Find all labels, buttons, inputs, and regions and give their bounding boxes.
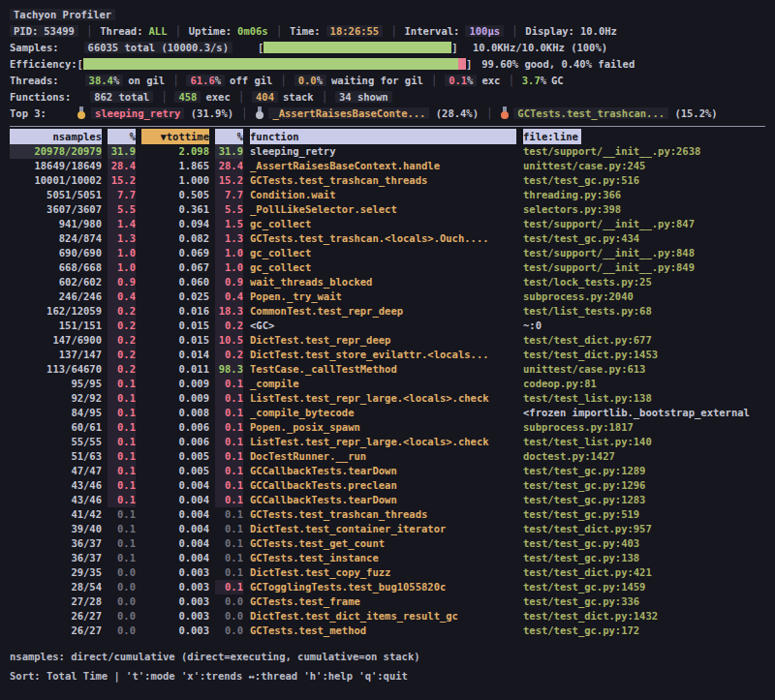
functions-label: Functions: <box>10 91 71 103</box>
table-row[interactable]: 18649/1864928.41.86528.4_AssertRaisesBas… <box>0 159 765 173</box>
table-row[interactable]: 824/8741.30.0821.3GCTests.test_trashcan.… <box>0 231 765 246</box>
column-header-function[interactable]: function <box>250 129 516 144</box>
table-row[interactable]: 147/69000.20.01510.5DictTest.test_repr_d… <box>0 333 765 348</box>
table-row[interactable]: 29/350.00.0030.1DictTest.test_copy_fuzzt… <box>0 565 765 580</box>
cell-tottime: 0.004 <box>141 493 209 507</box>
cell-nsamples: 84/95 <box>10 406 102 420</box>
cell-function: GCTests.test_instance <box>250 551 516 565</box>
table-row[interactable]: 47/470.10.0050.1GCCallbackTests.tearDown… <box>0 464 765 478</box>
table-row[interactable]: 10001/1000215.21.00015.2GCTests.test_tra… <box>0 173 765 188</box>
table-row[interactable]: 27/280.00.0030.0GCTests.test_frametest/t… <box>0 594 765 609</box>
table-row[interactable]: 20978/2097931.92.09831.9sleeping_retryte… <box>0 144 765 159</box>
cell-cumulative-pct: 7.7 <box>215 188 243 202</box>
samples-total: 66035 total (10000.3/s) <box>84 42 232 53</box>
pid-value: 53499 <box>44 25 75 37</box>
cell-nsamples: 668/668 <box>10 260 102 275</box>
cell-nsamples: 824/874 <box>10 231 102 246</box>
cell-cumulative-pct: 0.1 <box>215 478 243 493</box>
cell-file-line: test/test_gc.py:1283 <box>523 493 765 507</box>
thread-value[interactable]: ALL <box>149 25 168 37</box>
cell-function: GCTests.test_trashcan.<locals>.Ouch.... <box>250 231 516 246</box>
header-divider <box>10 126 765 127</box>
top3-function[interactable]: GCTests.test_trashcan... <box>513 107 668 119</box>
cell-nsamples: 690/690 <box>10 246 102 260</box>
top1-function[interactable]: sleeping_retry <box>91 107 185 119</box>
cell-function: gc_collect <box>250 217 516 231</box>
cell-direct-pct: 0.1 <box>108 420 136 435</box>
cell-function: GCCallbackTests.preclean <box>250 478 516 493</box>
table-row[interactable]: 668/6681.00.0671.0gc_collecttest/support… <box>0 260 765 275</box>
efficiency-label: Efficiency: <box>10 58 78 70</box>
cell-file-line: test/test_gc.py:516 <box>523 173 765 188</box>
cell-direct-pct: 0.1 <box>108 449 136 464</box>
cell-direct-pct: 0.0 <box>108 624 136 638</box>
table-row[interactable]: 246/2460.40.0250.4Popen._try_waitsubproc… <box>0 289 765 304</box>
bronze-medal-icon <box>500 107 509 119</box>
silver-medal-icon <box>255 107 264 119</box>
cell-nsamples: 10001/10002 <box>10 173 102 188</box>
table-row[interactable]: 690/6901.00.0691.0gc_collecttest/support… <box>0 246 765 260</box>
cell-tottime: 0.505 <box>141 188 209 202</box>
cell-cumulative-pct: 31.9 <box>215 144 243 159</box>
table-row[interactable]: 43/460.10.0040.1GCCallbackTests.preclean… <box>0 478 765 493</box>
cell-function: DictTest.test_store_evilattr.<locals... <box>250 348 516 362</box>
table-row[interactable]: 41/420.10.0040.1GCTests.test_trashcan_th… <box>0 507 765 522</box>
table-row[interactable]: 39/400.10.0040.1DictTest.test_container_… <box>0 522 765 536</box>
column-header-file-line[interactable]: file:line <box>523 129 581 144</box>
cell-file-line: test/test_gc.py:1296 <box>523 478 765 493</box>
table-row[interactable]: 95/950.10.0090.1_compilecodeop.py:81 <box>0 377 765 391</box>
table-row[interactable]: 36/370.10.0040.1GCTests.test_get_countte… <box>0 536 765 551</box>
thread-label: Thread: <box>100 25 142 37</box>
cell-nsamples: 151/151 <box>10 319 102 333</box>
exc-label: exc <box>481 75 500 86</box>
table-row[interactable]: 36/370.10.0040.1GCTests.test_instancetes… <box>0 551 765 565</box>
cell-nsamples: 29/35 <box>10 565 102 580</box>
column-header-cumulative-pct[interactable]: % <box>215 129 243 144</box>
table-row[interactable]: 602/6020.90.0600.9wait_threads_blockedte… <box>0 275 765 289</box>
cell-tottime: 2.098 <box>141 144 209 159</box>
cell-file-line: test/support/__init__.py:849 <box>523 260 765 275</box>
table-row[interactable]: 26/270.00.0030.0DictTest.test_dict_items… <box>0 609 765 624</box>
separator: │ <box>508 75 513 86</box>
table-row[interactable]: 43/460.10.0040.1GCCallbackTests.tearDown… <box>0 493 765 507</box>
cell-cumulative-pct: 10.5 <box>215 333 243 348</box>
table-row[interactable]: 941/9801.40.0941.5gc_collecttest/support… <box>0 217 765 231</box>
cell-cumulative-pct: 0.0 <box>215 594 243 609</box>
table-row[interactable]: 60/610.10.0060.1Popen._posix_spawnsubpro… <box>0 420 765 435</box>
cell-nsamples: 36/37 <box>10 536 102 551</box>
cell-direct-pct: 0.2 <box>108 333 136 348</box>
table-row[interactable]: 92/920.10.0090.1ListTest.test_repr_large… <box>0 391 765 406</box>
table-row[interactable]: 28/540.00.0030.1GCTogglingTests.test_bug… <box>0 580 765 594</box>
cell-function: GCCallbackTests.tearDown <box>250 493 516 507</box>
cell-function: DictTest.test_repr_deep <box>250 333 516 348</box>
table-row[interactable]: 5051/50517.70.5057.7Condition.waitthread… <box>0 188 765 202</box>
table-row[interactable]: 26/270.00.0030.0GCTests.test_methodtest/… <box>0 624 765 638</box>
table-row[interactable]: 162/120590.20.01618.3CommonTest.test_rep… <box>0 304 765 319</box>
cell-file-line: doctest.py:1427 <box>523 449 765 464</box>
cell-tottime: 0.361 <box>141 202 209 217</box>
cell-function: GCTests.test_method <box>250 624 516 638</box>
table-row[interactable]: 51/630.10.0050.1DocTestRunner.__rundocte… <box>0 449 765 464</box>
cell-nsamples: 36/37 <box>10 551 102 565</box>
cell-direct-pct: 1.0 <box>108 246 136 260</box>
cell-direct-pct: 0.2 <box>108 319 136 333</box>
column-header-direct-pct[interactable]: % <box>108 129 136 144</box>
table-row[interactable]: 137/1470.20.0140.2DictTest.test_store_ev… <box>0 348 765 362</box>
gc-label: GC <box>551 75 564 86</box>
top2-function[interactable]: _AssertRaisesBaseConte... <box>268 107 429 119</box>
cell-nsamples: 43/46 <box>10 478 102 493</box>
cell-cumulative-pct: 0.1 <box>215 449 243 464</box>
table-row[interactable]: 151/1510.20.0150.2<GC>~:0 <box>0 319 765 333</box>
cell-tottime: 0.004 <box>141 522 209 536</box>
cell-cumulative-pct: 0.1 <box>215 464 243 478</box>
cell-function: GCTests.test_trashcan_threads <box>250 173 516 188</box>
table-row[interactable]: 84/950.10.0080.1_compile_bytecode<frozen… <box>0 406 765 420</box>
cell-function: TestCase._callTestMethod <box>250 362 516 377</box>
top3-label: Top 3: <box>10 107 46 119</box>
cell-cumulative-pct: 0.1 <box>215 435 243 449</box>
table-row[interactable]: 55/550.10.0060.1ListTest.test_repr_large… <box>0 435 765 449</box>
table-row[interactable]: 113/646700.20.01198.3TestCase._callTestM… <box>0 362 765 377</box>
column-header-nsamples[interactable]: nsamples <box>10 129 102 144</box>
column-header-tottime-sorted[interactable]: ▼tottime <box>141 129 209 144</box>
table-row[interactable]: 3607/36075.50.3615.5_PollLikeSelector.se… <box>0 202 765 217</box>
